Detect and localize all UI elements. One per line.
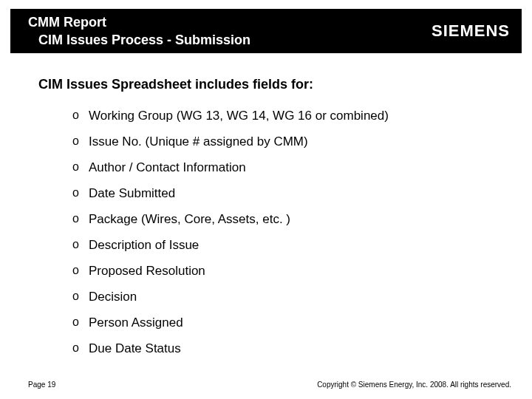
list-item: Due Date Status (72, 341, 502, 356)
list-item: Person Assigned (72, 316, 502, 330)
page-number: Page 19 (28, 381, 55, 389)
copyright-text: Copyright © Siemens Energy, Inc. 2008. A… (317, 381, 511, 389)
field-list: Working Group (WG 13, WG 14, WG 16 or co… (38, 109, 502, 356)
body-content: CIM Issues Spreadsheet includes fields f… (38, 77, 502, 367)
list-item: Author / Contact Information (72, 160, 502, 175)
list-item: Package (Wires, Core, Assets, etc. ) (72, 212, 502, 227)
siemens-logo: SIEMENS (432, 21, 510, 41)
intro-heading: CIM Issues Spreadsheet includes fields f… (38, 77, 502, 92)
slide: CMM Report CIM Issues Process - Submissi… (0, 0, 532, 399)
list-item: Working Group (WG 13, WG 14, WG 16 or co… (72, 109, 502, 123)
list-item: Decision (72, 290, 502, 304)
list-item: Proposed Resolution (72, 264, 502, 279)
title-main: CMM Report (28, 13, 250, 31)
title-bar: CMM Report CIM Issues Process - Submissi… (10, 9, 522, 53)
title-block: CMM Report CIM Issues Process - Submissi… (28, 13, 250, 50)
footer: Page 19 Copyright © Siemens Energy, Inc.… (0, 381, 532, 389)
list-item: Description of Issue (72, 238, 502, 253)
title-sub: CIM Issues Process - Submission (28, 31, 250, 49)
list-item: Date Submitted (72, 186, 502, 201)
list-item: Issue No. (Unique # assigned by CMM) (72, 134, 502, 149)
